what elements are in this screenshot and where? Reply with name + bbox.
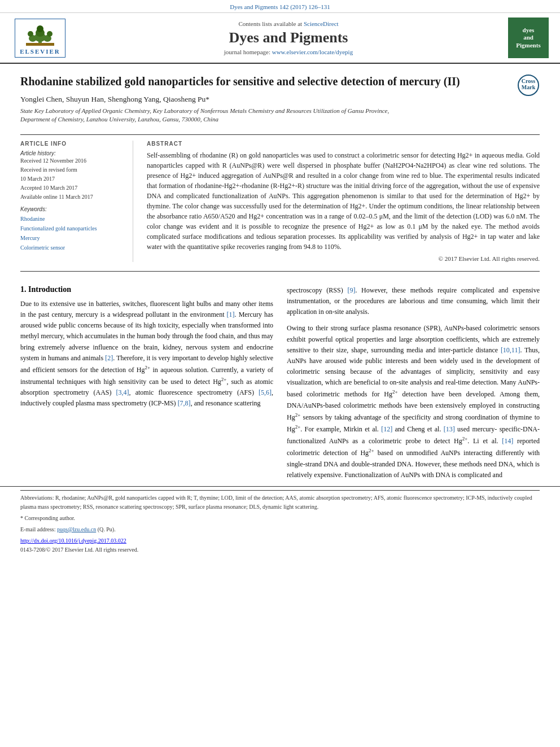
section-divider: [20, 271, 540, 272]
elsevier-logo: ELSEVIER: [15, 19, 65, 58]
dyes-box: dyes and Pigments: [508, 18, 549, 58]
dyes-logo-container: dyes and Pigments: [506, 18, 551, 58]
svg-rect-8: [26, 43, 54, 46]
elsevier-logo-container: ELSEVIER: [9, 18, 71, 58]
article-title-text: Rhodanine stabilized gold nanoparticles …: [20, 74, 510, 130]
article-info-label: ARTICLE INFO: [20, 141, 124, 147]
affiliation: State Key Laboratory of Applied Organic …: [20, 107, 510, 124]
journal-homepage-line: journal homepage: www.elsevier.com/locat…: [224, 49, 353, 55]
crossmark-badge-icon: Cross Mark: [517, 74, 540, 97]
corresponding-author: * Corresponding author.: [20, 514, 540, 523]
journal-citation-bar: Dyes and Pigments 142 (2017) 126–131: [0, 0, 560, 13]
abstract-label: ABSTRACT: [147, 141, 540, 147]
doi-line: http://dx.doi.org/10.1016/j.dyepig.2017.…: [20, 536, 540, 545]
intro-para3: Owing to their strong surface plasma res…: [287, 323, 540, 480]
article-history: Article history: Received 12 November 20…: [20, 150, 124, 202]
svg-point-6: [28, 31, 33, 37]
homepage-link[interactable]: www.elsevier.com/locate/dyepig: [272, 49, 353, 55]
keyword-4: Colorimetric sensor: [20, 243, 124, 252]
issn-line: 0143-7208/© 2017 Elsevier Ltd. All right…: [20, 545, 540, 554]
svg-point-3: [37, 25, 43, 32]
history-label: Article history:: [20, 150, 124, 156]
elsevier-tree-icon: [20, 21, 60, 47]
abstract-col: ABSTRACT Self-assembling of rhodanine (R…: [147, 141, 540, 262]
journal-header-center: Contents lists available at ScienceDirec…: [77, 18, 500, 58]
body-right-col: spectroscopy (RSS) [9]. However, these m…: [287, 285, 540, 486]
footnote-divider: [20, 490, 540, 491]
intro-para1: Due to its extensive use in batteries, s…: [20, 299, 273, 409]
article-info-abstract: ARTICLE INFO Article history: Received 1…: [20, 134, 540, 262]
author-email-link[interactable]: puqs@lzu.edu.cn: [57, 526, 96, 532]
svg-text:Mark: Mark: [522, 84, 536, 90]
body-left-col: 1. Introduction Due to its extensive use…: [20, 285, 273, 486]
sciencedirect-link[interactable]: ScienceDirect: [304, 20, 339, 27]
elsevier-text: ELSEVIER: [20, 48, 60, 55]
intro-heading: 1. Introduction: [20, 285, 273, 294]
email-line: E-mail address: puqs@lzu.edu.cn (Q. Pu).: [20, 525, 540, 534]
doi-link[interactable]: http://dx.doi.org/10.1016/j.dyepig.2017.…: [20, 538, 126, 544]
article-title: Rhodanine stabilized gold nanoparticles …: [20, 74, 510, 89]
sciencedirect-line: Contents lists available at ScienceDirec…: [238, 20, 338, 27]
intro-para2: spectroscopy (RSS) [9]. However, these m…: [287, 285, 540, 318]
keyword-3: Mercury: [20, 233, 124, 243]
svg-text:Cross: Cross: [522, 78, 535, 84]
footnotes-area: Abbreviations: R, rhodanine; AuNPs@R, go…: [0, 486, 560, 558]
body-columns: 1. Introduction Due to its extensive use…: [0, 285, 560, 486]
journal-citation: Dyes and Pigments 142 (2017) 126–131: [230, 3, 330, 10]
svg-point-7: [47, 31, 53, 37]
article-outer: Rhodanine stabilized gold nanoparticles …: [0, 64, 560, 285]
article-info-col: ARTICLE INFO Article history: Received 1…: [20, 141, 133, 262]
abstract-text: Self-assembling of rhodanine (R) on gold…: [147, 150, 540, 252]
article-title-section: Rhodanine stabilized gold nanoparticles …: [20, 74, 540, 130]
journal-title: Dyes and Pigments: [229, 29, 348, 46]
keywords-label: Keywords:: [20, 206, 124, 212]
keyword-2: Functionalized gold nanoparticles: [20, 224, 124, 233]
received-date: Received 12 November 2016 Received in re…: [20, 156, 124, 202]
journal-header: ELSEVIER Contents lists available at Sci…: [0, 13, 560, 64]
copyright-line: © 2017 Elsevier Ltd. All rights reserved…: [147, 255, 540, 262]
authors: Yonglei Chen, Shuyun Han, Shenghong Yang…: [20, 95, 510, 104]
keyword-1: Rhodanine: [20, 214, 124, 224]
keywords-group: Keywords: Rhodanine Functionalized gold …: [20, 206, 124, 252]
abbreviations: Abbreviations: R, rhodanine; AuNPs@R, go…: [20, 493, 540, 512]
